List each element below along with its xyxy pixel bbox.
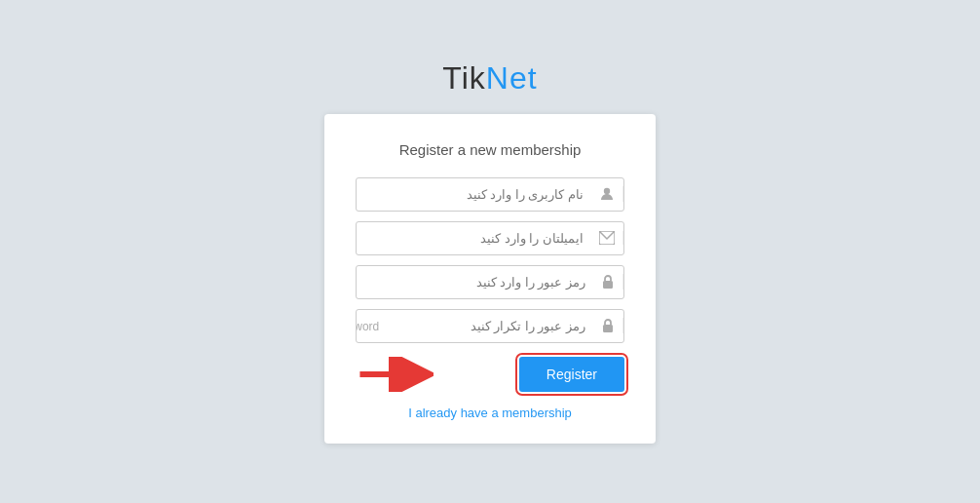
fullname-label: نام کاربری را وارد کنید [459, 187, 591, 202]
arrow-container [356, 357, 433, 392]
email-input[interactable] [356, 222, 472, 254]
password-row: رمز عبور را وارد کنید [356, 265, 624, 299]
app-title-net: Net [486, 60, 538, 96]
card-title: Register a new membership [356, 141, 624, 158]
password-input[interactable] [356, 266, 469, 298]
retype-lock-icon [593, 318, 623, 333]
user-icon [591, 186, 623, 202]
register-button[interactable]: Register [519, 357, 624, 392]
retype-row: رمز عبور را تکرار کنید [356, 309, 624, 343]
svg-point-0 [604, 188, 610, 194]
email-icon [591, 231, 623, 245]
action-row: Register [356, 357, 624, 392]
email-label: ایمیلتان را وارد کنید [472, 231, 591, 246]
retype-input[interactable] [356, 310, 463, 342]
fullname-row: نام کاربری را وارد کنید [356, 177, 624, 212]
retype-label: رمز عبور را تکرار کنید [463, 319, 593, 333]
email-row: ایمیلتان را وارد کنید [356, 221, 624, 255]
arrow-icon [356, 357, 433, 392]
svg-rect-3 [603, 325, 613, 332]
registration-card: Register a new membership نام کاربری را … [324, 114, 656, 444]
app-title-tik: Tik [442, 60, 485, 96]
svg-rect-2 [603, 281, 613, 289]
password-label: رمز عبور را وارد کنید [469, 275, 593, 290]
app-title: TikNet [442, 60, 537, 97]
fullname-input[interactable] [356, 178, 459, 211]
login-link[interactable]: I already have a membership [356, 406, 624, 420]
lock-icon [593, 274, 623, 290]
